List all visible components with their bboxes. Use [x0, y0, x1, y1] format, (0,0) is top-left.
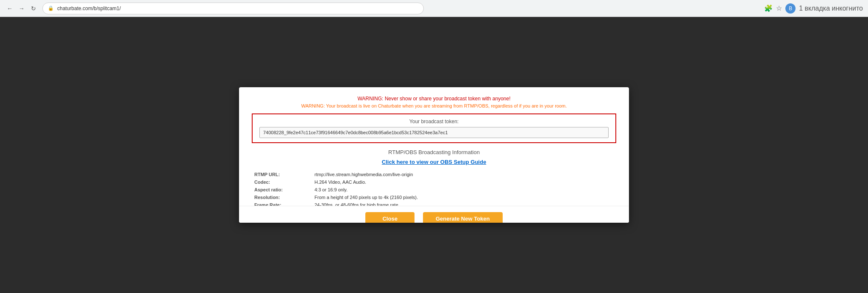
token-input[interactable]: [259, 127, 609, 138]
user-avatar[interactable]: В: [785, 3, 796, 14]
token-label: Your broadcast token:: [259, 119, 609, 124]
browser-actions: 🧩 ☆ В 1 вкладка инкогнито: [764, 3, 863, 14]
info-value: 4:3 or 16:9 only.: [313, 186, 615, 193]
reload-button[interactable]: ↻: [29, 4, 38, 13]
address-bar[interactable]: 🔒 chaturbate.com/b/splitcam1/: [42, 3, 424, 14]
info-table: RTMP URL:rtmp://live.stream.highwebmedia…: [252, 170, 616, 206]
warning-orange-text: WARNING: Your broadcast is live on Chatu…: [252, 103, 616, 108]
forward-button[interactable]: →: [17, 4, 26, 13]
info-label: Aspect ratio:: [253, 186, 312, 193]
browser-chrome: ← → ↻ 🔒 chaturbate.com/b/splitcam1/ 🧩 ☆ …: [0, 0, 868, 17]
info-label: Frame Rate:: [253, 202, 312, 206]
info-row: RTMP URL:rtmp://live.stream.highwebmedia…: [253, 171, 615, 178]
info-row: Frame Rate:24-30fps, or 48-60fps for hig…: [253, 202, 615, 206]
info-label: RTMP URL:: [253, 171, 312, 178]
incognito-label: 1 вкладка инкогнито: [799, 5, 863, 12]
info-row: Codec:H.264 Video, AAC Audio.: [253, 179, 615, 185]
nav-buttons: ← → ↻: [5, 4, 38, 13]
modal-inner: WARNING: Never show or share your broadc…: [239, 87, 629, 206]
url-text: chaturbate.com/b/splitcam1/: [57, 6, 121, 11]
back-button[interactable]: ←: [5, 4, 14, 13]
info-value: H.264 Video, AAC Audio.: [313, 179, 615, 185]
info-label: Codec:: [253, 179, 312, 185]
info-value: 24-30fps, or 48-60fps for high frame rat…: [313, 202, 615, 206]
info-value: From a height of 240 pixels up to 4k (21…: [313, 194, 615, 201]
lock-icon: 🔒: [48, 6, 54, 11]
generate-token-button[interactable]: Generate New Token: [423, 212, 503, 223]
info-row: Resolution:From a height of 240 pixels u…: [253, 194, 615, 201]
obs-setup-link[interactable]: Click here to view our OBS Setup Guide: [252, 159, 616, 165]
bookmark-icon[interactable]: ☆: [776, 4, 782, 12]
info-value: rtmp://live.stream.highwebmedia.com/live…: [313, 171, 615, 178]
close-button[interactable]: Close: [365, 212, 414, 223]
token-section: Your broadcast token:: [252, 113, 616, 143]
info-label: Resolution:: [253, 194, 312, 201]
warning-red-text: WARNING: Never show or share your broadc…: [252, 96, 616, 102]
extensions-icon[interactable]: 🧩: [764, 4, 773, 12]
modal-footer: Close Generate New Token: [239, 206, 629, 223]
rtmp-section-title: RTMP/OBS Broadcasting Information: [252, 149, 616, 155]
info-row: Aspect ratio:4:3 or 16:9 only.: [253, 186, 615, 193]
modal-dialog: WARNING: Never show or share your broadc…: [239, 87, 629, 223]
page-content: WARNING: Never show or share your broadc…: [0, 17, 868, 293]
